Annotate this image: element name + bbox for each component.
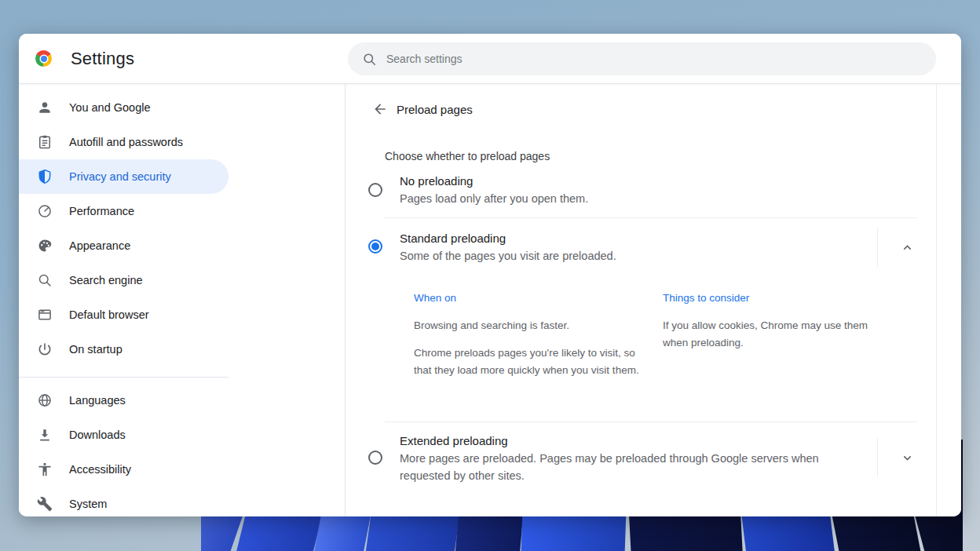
sidebar-item-downloads[interactable]: Downloads xyxy=(19,418,229,452)
content-right-edge xyxy=(936,84,937,516)
option-description: Some of the pages you visit are preloade… xyxy=(400,247,616,265)
sidebar-item-label: Default browser xyxy=(69,308,149,321)
power-icon xyxy=(37,341,53,357)
sidebar-item-label: Search engine xyxy=(69,274,143,286)
option-standard-preloading[interactable]: Standard preloading Some of the pages yo… xyxy=(400,230,616,265)
chevron-up-icon xyxy=(900,240,915,255)
option-label: No preloading xyxy=(400,173,588,190)
when-on-title: When on xyxy=(414,290,649,307)
sidebar-item-label: System xyxy=(69,498,107,510)
option-description: More pages are preloaded. Pages may be p… xyxy=(400,450,851,484)
sidebar-item-you-and-google[interactable]: You and Google xyxy=(19,90,229,125)
sidebar-item-label: Privacy and security xyxy=(69,170,171,183)
download-arrow-icon xyxy=(37,427,53,443)
sidebar-divider xyxy=(19,377,229,378)
row-separator xyxy=(877,228,878,267)
section-intro: Choose whether to preload pages xyxy=(385,148,550,164)
clipboard-icon xyxy=(37,134,53,150)
sidebar-item-default-browser[interactable]: Default browser xyxy=(19,297,229,332)
row-divider xyxy=(385,421,917,422)
back-arrow-icon xyxy=(372,101,388,117)
wrench-icon xyxy=(37,496,53,512)
option-extended-preloading[interactable]: Extended preloading More pages are prelo… xyxy=(400,432,851,484)
gauge-icon xyxy=(37,203,53,219)
settings-sidebar: You and Google Autofill and passwords Pr… xyxy=(19,84,346,516)
things-to-consider-title: Things to consider xyxy=(663,290,895,307)
sidebar-item-label: Languages xyxy=(69,394,126,407)
option-description: Pages load only after you open them. xyxy=(400,190,588,207)
person-icon xyxy=(37,100,53,115)
radio-extended-preloading[interactable] xyxy=(368,451,382,465)
radio-no-preloading[interactable] xyxy=(368,183,382,197)
option-no-preloading[interactable]: No preloading Pages load only after you … xyxy=(400,173,588,207)
settings-search-bar[interactable] xyxy=(348,42,936,75)
chrome-logo-icon xyxy=(35,50,52,67)
things-to-consider-paragraph: If you allow cookies, Chrome may use the… xyxy=(663,317,895,352)
sidebar-item-label: Downloads xyxy=(69,429,126,441)
sidebar-item-label: On startup xyxy=(69,343,122,356)
sidebar-item-label: You and Google xyxy=(69,101,150,114)
sidebar-item-performance[interactable]: Performance xyxy=(19,194,229,228)
sidebar-item-label: Accessibility xyxy=(69,463,131,476)
palette-icon xyxy=(37,238,53,254)
sidebar-item-languages[interactable]: Languages xyxy=(19,383,229,418)
chrome-settings-window: Settings You and Google Autofill xyxy=(19,34,961,516)
sidebar-item-privacy-and-security[interactable]: Privacy and security xyxy=(19,159,229,194)
sidebar-item-on-startup[interactable]: On startup xyxy=(19,332,229,367)
accessibility-person-icon xyxy=(37,462,53,477)
things-to-consider-column: Things to consider If you allow cookies,… xyxy=(663,290,895,352)
sidebar-item-label: Appearance xyxy=(69,239,130,252)
option-label: Extended preloading xyxy=(400,432,851,450)
radio-standard-preloading[interactable] xyxy=(368,239,382,254)
page-title: Preload pages xyxy=(397,103,473,116)
sidebar-item-search-engine[interactable]: Search engine xyxy=(19,263,229,297)
sidebar-item-system[interactable]: System xyxy=(19,487,229,516)
settings-header: Settings xyxy=(19,34,961,84)
sidebar-item-label: Performance xyxy=(69,205,134,217)
row-divider xyxy=(385,217,917,218)
app-title: Settings xyxy=(71,49,134,69)
back-button[interactable] xyxy=(369,98,391,120)
sidebar-item-appearance[interactable]: Appearance xyxy=(19,228,229,263)
preload-pages-panel: Preload pages Choose whether to preload … xyxy=(346,84,961,516)
expand-extended-button[interactable] xyxy=(896,447,918,469)
globe-icon xyxy=(37,392,53,408)
magnifier-icon xyxy=(37,272,53,288)
sidebar-item-label: Autofill and passwords xyxy=(69,136,183,148)
browser-window-icon xyxy=(37,307,53,323)
option-label: Standard preloading xyxy=(400,230,616,247)
when-on-paragraph: Browsing and searching is faster. xyxy=(414,317,649,334)
when-on-column: When on Browsing and searching is faster… xyxy=(414,290,649,379)
chevron-down-icon xyxy=(900,451,915,465)
sidebar-item-accessibility[interactable]: Accessibility xyxy=(19,452,229,487)
when-on-paragraph: Chrome preloads pages you're likely to v… xyxy=(414,345,649,379)
row-separator xyxy=(877,438,878,477)
shield-icon xyxy=(37,169,53,184)
sidebar-item-autofill-and-passwords[interactable]: Autofill and passwords xyxy=(19,125,229,159)
search-input[interactable] xyxy=(386,53,858,65)
search-icon xyxy=(362,52,377,67)
collapse-standard-button[interactable] xyxy=(896,236,918,258)
